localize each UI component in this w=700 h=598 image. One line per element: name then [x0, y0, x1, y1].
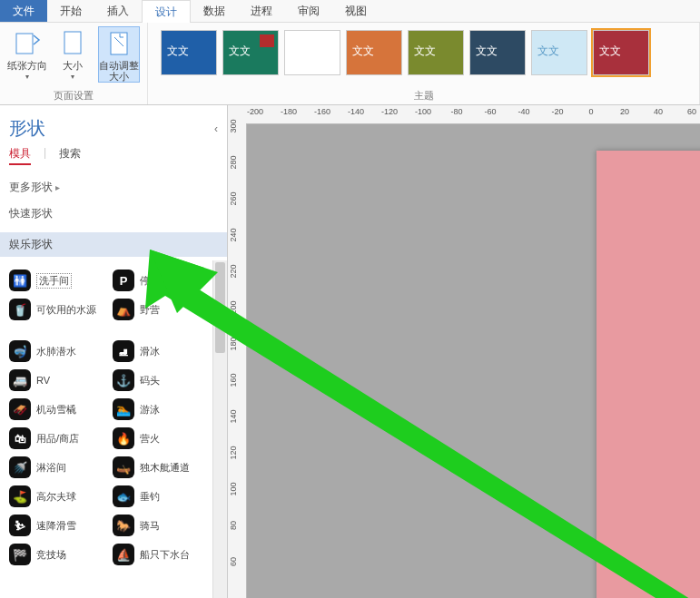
shape-label: 野营 — [140, 303, 160, 317]
theme-gallery[interactable]: 文文 文文 文文 文文 文文 文文 文文 — [155, 26, 692, 87]
ruler-tick: -60 — [484, 107, 496, 116]
tab-file[interactable]: 文件 — [0, 0, 47, 22]
ruler-tick: 260 — [229, 190, 238, 208]
tab-home[interactable]: 开始 — [47, 0, 94, 22]
shape-label: 速降滑雪 — [36, 519, 76, 533]
shape-label: 营火 — [140, 432, 160, 446]
shape-scrollbar[interactable] — [212, 260, 227, 598]
canvas-area[interactable]: -200-180-160-140-120-100-80-60-40-200204… — [228, 105, 700, 598]
shape-label: 垂钓 — [140, 490, 160, 504]
shape-icon: 🏁 — [9, 544, 31, 565]
shape-item[interactable]: ⛷速降滑雪 — [7, 511, 111, 540]
shape-label: 游泳 — [140, 403, 160, 417]
theme-swatch[interactable] — [284, 30, 340, 75]
ruler-tick: 300 — [229, 117, 238, 135]
ruler-tick: -20 — [551, 107, 563, 116]
tab-process[interactable]: 进程 — [238, 0, 285, 22]
group-page-setup: 纸张方向 ▾ 大小 ▾ 自动调整大小 页面设置 — [0, 23, 148, 104]
shape-label: 洗手间 — [36, 273, 72, 289]
orientation-button[interactable]: 纸张方向 ▾ — [7, 26, 47, 83]
theme-swatch[interactable]: 文文 — [346, 30, 402, 75]
ruler-tick: 240 — [229, 226, 238, 244]
size-button[interactable]: 大小 ▾ — [53, 26, 93, 83]
shape-item[interactable]: 🚐RV — [7, 366, 111, 395]
tab-view[interactable]: 视图 — [332, 0, 380, 22]
theme-swatch[interactable]: 文文 — [469, 30, 526, 75]
shape-item[interactable]: ⛵船只下水台 — [111, 540, 214, 569]
ribbon: 纸张方向 ▾ 大小 ▾ 自动调整大小 页面设置 文文 文文 — [0, 23, 700, 105]
drawing-page[interactable] — [596, 151, 700, 598]
ribbon-tabs: 文件 开始 插入 设计 数据 进程 审阅 视图 — [0, 0, 700, 23]
ruler-tick: 160 — [229, 371, 238, 389]
shape-item[interactable]: 🐟垂钓 — [111, 482, 214, 511]
canvas[interactable] — [246, 123, 700, 598]
shape-label: 水肺潜水 — [36, 345, 76, 358]
collapse-panel-button[interactable]: ‹ — [214, 123, 218, 135]
shape-icon: ⛷ — [9, 515, 31, 536]
shape-icon: ⛵ — [113, 544, 134, 565]
theme-swatch[interactable]: 文文 — [222, 30, 279, 75]
ruler-tick: 100 — [229, 480, 238, 498]
shape-item[interactable]: 🚿淋浴间 — [7, 453, 111, 482]
ruler-tick: 60 — [687, 107, 696, 116]
autosize-label: 自动调整大小 — [99, 60, 139, 82]
shape-item[interactable]: ⛳高尔夫球 — [7, 482, 111, 511]
shape-item[interactable]: 🏁竞技场 — [7, 540, 111, 569]
theme-swatch[interactable]: 文文 — [593, 30, 649, 75]
ruler-tick: 20 — [620, 107, 629, 116]
shape-icon: ⛺ — [113, 299, 134, 320]
shape-icon: 🤿 — [9, 340, 31, 362]
shape-item[interactable]: ⚓码头 — [111, 366, 214, 395]
scrollbar-thumb[interactable] — [215, 262, 225, 353]
ruler-tick: -160 — [314, 107, 330, 116]
shape-icon: 🐎 — [113, 515, 134, 536]
shape-item[interactable]: ⛸滑冰 — [111, 337, 214, 366]
shape-item[interactable]: 🐎骑马 — [111, 511, 214, 540]
tab-data[interactable]: 数据 — [191, 0, 238, 22]
subtab-search[interactable]: 搜索 — [59, 146, 81, 165]
tab-insert[interactable]: 插入 — [94, 0, 142, 22]
ruler-tick: -40 — [518, 107, 529, 116]
svg-rect-0 — [16, 34, 33, 54]
theme-swatch[interactable]: 文文 — [531, 30, 587, 75]
shapes-title: 形状 — [9, 116, 45, 141]
more-shapes-link[interactable]: 更多形状 — [9, 174, 218, 201]
shape-item[interactable]: 🤿水肺潜水 — [7, 337, 111, 366]
autosize-button[interactable]: 自动调整大小 — [98, 26, 140, 83]
shape-icon: ⛳ — [9, 485, 31, 507]
ruler-vertical: 3002802602402202001801601401201008060 — [228, 123, 247, 598]
ruler-tick: -100 — [415, 107, 431, 116]
shape-item[interactable]: 🚻洗手间 — [7, 266, 111, 295]
tab-design[interactable]: 设计 — [142, 0, 191, 23]
quick-shapes-link[interactable]: 快速形状 — [9, 201, 218, 227]
svg-rect-2 — [111, 33, 127, 54]
shape-icon: 🚐 — [9, 369, 31, 391]
shape-item[interactable]: 🛶独木舭通道 — [111, 453, 214, 482]
category-entertainment[interactable]: 娱乐形状 — [0, 232, 227, 257]
shape-icon: 🏊 — [113, 398, 134, 420]
shape-label: 高尔夫球 — [36, 490, 76, 504]
tab-review[interactable]: 审阅 — [285, 0, 332, 22]
theme-swatch[interactable]: 文文 — [161, 30, 217, 75]
shape-item[interactable]: 🏊游泳 — [111, 395, 214, 424]
subtab-stencil[interactable]: 模具 — [9, 146, 31, 165]
shape-item[interactable]: 🛍用品/商店 — [7, 424, 111, 453]
shape-label: 用品/商店 — [36, 432, 79, 446]
shape-label: 淋浴间 — [36, 461, 66, 475]
ruler-tick: 0 — [588, 107, 593, 116]
theme-swatch[interactable]: 文文 — [408, 30, 464, 75]
size-icon — [58, 28, 87, 57]
shape-label: 滑冰 — [140, 345, 160, 358]
shape-label: 码头 — [140, 374, 160, 387]
ruler-tick: 220 — [229, 262, 238, 280]
shape-label: 骑马 — [140, 519, 160, 533]
shape-item[interactable]: ⛺野营 — [111, 295, 214, 324]
orientation-icon — [13, 28, 42, 57]
ruler-tick: -140 — [348, 107, 364, 116]
autosize-icon — [104, 29, 133, 58]
shape-label: 可饮用的水源 — [36, 303, 96, 317]
shape-item[interactable]: 🥤可饮用的水源 — [7, 295, 111, 324]
shape-item[interactable]: P停车 — [111, 266, 214, 295]
shape-item[interactable]: 🔥营火 — [111, 424, 214, 453]
shape-item[interactable]: 🛷机动雪橇 — [7, 395, 111, 424]
